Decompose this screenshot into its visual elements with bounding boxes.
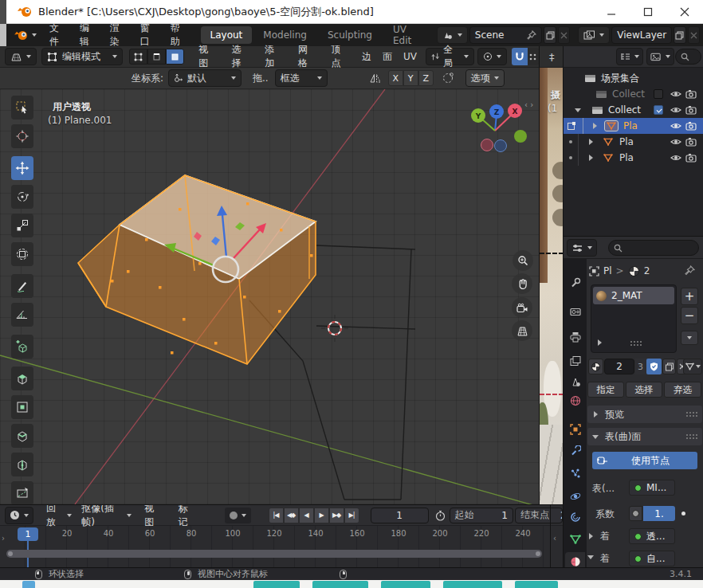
scene-name-field[interactable]: Scene xyxy=(469,26,543,44)
outliner-row-collection-disabled[interactable]: Collect xyxy=(564,86,703,102)
proportional-edit-circle-icon[interactable] xyxy=(442,72,454,84)
node-specials-dropdown[interactable] xyxy=(683,359,702,374)
transform-orientation-dropdown[interactable]: 全局 xyxy=(426,48,474,65)
menu-window[interactable]: 窗口 xyxy=(132,25,163,45)
tool-inset-faces[interactable] xyxy=(11,395,33,419)
select-button[interactable]: 选择 xyxy=(626,382,662,398)
shader-row-expand-icon[interactable] xyxy=(587,555,594,559)
material-name-field[interactable]: 2 xyxy=(604,359,634,374)
tool-scale[interactable] xyxy=(11,214,33,237)
tab-output[interactable] xyxy=(565,327,585,347)
shader-row-expand-icon[interactable] xyxy=(589,533,593,539)
mirror-x-button[interactable]: X xyxy=(388,70,403,86)
panel-grip[interactable] xyxy=(685,433,697,441)
zoom-button[interactable] xyxy=(513,250,533,271)
strip-nav-hand[interactable] xyxy=(552,185,563,202)
shader-row2-button[interactable]: 自... xyxy=(629,551,675,566)
outliner-row-scene-collection[interactable]: 场景集合 xyxy=(564,70,703,86)
expand-caret-icon[interactable] xyxy=(589,139,593,145)
fake-user-shield-button[interactable] xyxy=(646,359,662,374)
eye-icon[interactable] xyxy=(670,137,681,147)
tool-measure[interactable] xyxy=(11,303,33,327)
shader-row1-button[interactable]: 透... xyxy=(629,528,675,544)
tab-particles[interactable] xyxy=(565,464,585,483)
eye-icon[interactable] xyxy=(670,89,681,99)
coord-system-dropdown[interactable]: 默认 xyxy=(168,69,242,87)
eye-icon[interactable] xyxy=(670,121,681,131)
prev-keyframe-button[interactable]: ◀◆ xyxy=(284,508,299,523)
slot-specials-button[interactable] xyxy=(681,331,698,345)
frame-start-field[interactable]: 起始 1 xyxy=(450,508,513,523)
tool-rotate[interactable] xyxy=(11,185,33,209)
workspace-tab-layout[interactable]: Layout xyxy=(201,26,253,44)
keyframe-dot[interactable] xyxy=(681,512,685,515)
collection-checkbox[interactable] xyxy=(654,89,663,99)
slot-remove-button[interactable]: − xyxy=(681,307,698,324)
select-mode-face-button[interactable] xyxy=(166,49,184,65)
outliner-row-object[interactable]: Pla xyxy=(564,150,703,166)
factor-socket-button[interactable] xyxy=(629,506,642,521)
camera-visibility-icon[interactable] xyxy=(685,137,697,147)
outliner-display-mode-button[interactable] xyxy=(616,48,643,65)
record-options-chevron[interactable] xyxy=(242,514,246,517)
jump-to-start-button[interactable]: |◀ xyxy=(269,508,284,523)
viewport-3d[interactable]: Z X Y 用户透视 (1) Plane.001 ‹ › xyxy=(0,89,539,504)
expand-caret-icon[interactable] xyxy=(593,123,597,129)
outliner-row-object-active[interactable]: Pla xyxy=(564,118,703,134)
assign-button[interactable]: 指定 xyxy=(587,382,624,398)
collection-checkbox[interactable] xyxy=(654,105,663,115)
pin-icon[interactable] xyxy=(527,30,536,40)
properties-editor-type-button[interactable] xyxy=(567,239,597,257)
viewlayer-browse-button[interactable] xyxy=(578,26,610,44)
region-collapse-arrows[interactable]: ‹ › xyxy=(524,100,533,109)
tab-viewlayer[interactable] xyxy=(565,351,585,370)
strip-nav-camera[interactable] xyxy=(552,209,563,226)
minimize-button[interactable] xyxy=(598,0,625,24)
tool-loop-cut[interactable] xyxy=(11,453,33,476)
scene-browse-button[interactable] xyxy=(437,26,468,44)
outliner-row-object[interactable]: Pla xyxy=(564,134,703,150)
tool-add-cube[interactable] xyxy=(11,335,33,359)
navigation-gizmo[interactable]: Z X Y xyxy=(471,104,527,152)
current-frame-badge[interactable]: 1 xyxy=(18,527,38,541)
options-dropdown[interactable]: 选项 xyxy=(465,69,505,87)
menu-view[interactable]: 视图 xyxy=(190,46,224,67)
frame-end-field[interactable]: 结束点 2 xyxy=(515,508,563,523)
menu-mesh[interactable]: 网格 xyxy=(290,46,324,67)
use-nodes-button[interactable]: 使用节点 xyxy=(592,452,697,469)
eye-icon[interactable] xyxy=(670,105,681,115)
viewlayer-name-field[interactable]: ViewLayer xyxy=(611,26,672,44)
eye-icon[interactable] xyxy=(670,153,681,163)
mirror-y-button[interactable]: Y xyxy=(403,70,418,86)
expand-caret-icon[interactable] xyxy=(589,155,593,161)
factor-value-slider[interactable]: 1. xyxy=(643,506,675,521)
camera-strip-viewport[interactable]: 摄 (1 xyxy=(539,68,563,504)
camera-view-button[interactable] xyxy=(512,297,532,318)
outliner-row-collection[interactable]: Collect xyxy=(564,102,703,118)
strip-nav-zoom[interactable] xyxy=(552,162,563,179)
editor-type-button[interactable] xyxy=(5,48,37,65)
app-menu-button[interactable] xyxy=(14,30,37,41)
tool-transform[interactable] xyxy=(11,242,33,266)
menu-vertex[interactable]: 顶点 xyxy=(323,46,356,67)
keying-dropdown[interactable]: 抠像(插帧) xyxy=(77,507,136,524)
pivot-point-dropdown[interactable] xyxy=(477,48,507,65)
proportional-edit-icon[interactable]: ‡ xyxy=(549,51,555,63)
mirror-icon[interactable] xyxy=(369,73,382,84)
menu-edit[interactable]: 编辑 xyxy=(72,25,102,45)
workspace-tab-sculpting[interactable]: Sculpting xyxy=(318,26,382,44)
slot-list-grip[interactable] xyxy=(630,340,642,347)
select-mode-vertex-button[interactable] xyxy=(129,49,147,65)
menu-help[interactable]: 帮助 xyxy=(163,25,193,45)
gizmo-neg-y[interactable] xyxy=(514,130,527,143)
slot-list-expand-icon[interactable] xyxy=(598,339,602,346)
timeline-marker-menu[interactable]: 标记 xyxy=(170,505,203,526)
tab-tool[interactable] xyxy=(565,273,585,292)
play-button[interactable]: ▶ xyxy=(314,508,329,523)
tool-cursor[interactable] xyxy=(11,124,33,148)
camera-visibility-icon[interactable] xyxy=(685,121,697,131)
menu-render[interactable]: 渲染 xyxy=(102,25,132,45)
scrollbar-knob-right[interactable] xyxy=(536,551,540,556)
scrollbar-knob-left[interactable] xyxy=(8,551,13,556)
camera-visibility-icon[interactable] xyxy=(685,89,697,99)
